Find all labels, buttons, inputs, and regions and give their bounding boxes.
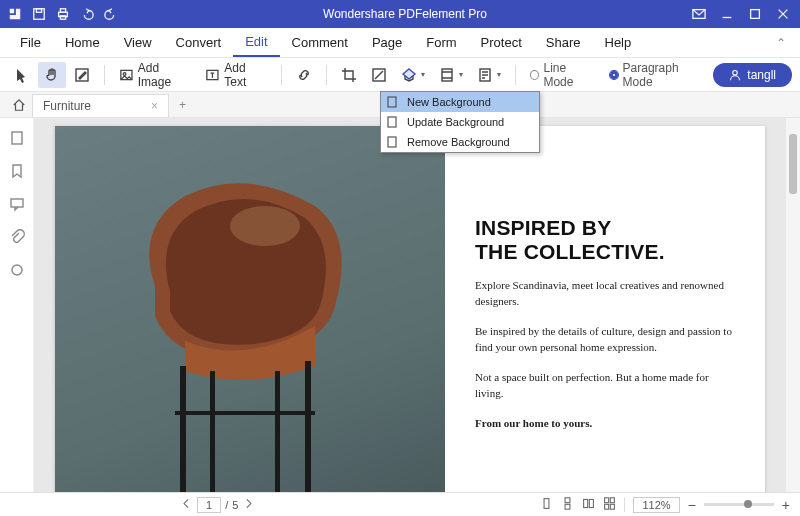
bates-tool[interactable]: ▾ — [471, 62, 507, 88]
paragraph-mode-radio[interactable]: Paragraph Mode — [603, 61, 711, 89]
bookmarks-icon[interactable] — [9, 163, 25, 182]
svg-point-20 — [12, 265, 22, 275]
page-sep: / — [225, 499, 228, 511]
svg-rect-12 — [442, 69, 452, 81]
svg-rect-27 — [545, 499, 550, 509]
svg-rect-30 — [584, 499, 588, 507]
menu-comment[interactable]: Comment — [280, 29, 360, 56]
undo-icon[interactable] — [80, 7, 94, 21]
doc-heading: INSPIRED BYTHE COLLECTIVE. — [475, 216, 735, 264]
doc-para-3: Not a space built on perfection. But a h… — [475, 370, 735, 402]
print-icon[interactable] — [56, 7, 70, 21]
doc-para-2: Be inspired by the details of culture, d… — [475, 324, 735, 356]
minimize-icon[interactable] — [720, 7, 734, 21]
zoom-out-icon[interactable]: − — [688, 497, 696, 513]
page-text: INSPIRED BYTHE COLLECTIVE. Explore Scand… — [445, 126, 765, 492]
view-continuous-icon[interactable] — [561, 497, 574, 512]
vertical-scrollbar[interactable] — [786, 118, 800, 492]
search-panel-icon[interactable] — [9, 262, 25, 281]
menu-file[interactable]: File — [8, 29, 53, 56]
dropdown-remove-background[interactable]: Remove Background — [381, 132, 539, 152]
toolbar: Add Image Add Text ▾ ▾ ▾ Line Mode Parag… — [0, 58, 800, 92]
menubar: File Home View Convert Edit Comment Page… — [0, 28, 800, 58]
view-facing-continuous-icon[interactable] — [603, 497, 616, 512]
zoom-value[interactable]: 112% — [633, 497, 679, 513]
canvas[interactable]: INSPIRED BYTHE COLLECTIVE. Explore Scand… — [34, 118, 786, 492]
page-nav: 1 /5 — [180, 497, 255, 513]
app-title: Wondershare PDFelement Pro — [118, 7, 692, 21]
menu-form[interactable]: Form — [414, 29, 468, 56]
svg-rect-31 — [590, 499, 594, 507]
menu-view[interactable]: View — [112, 29, 164, 56]
svg-rect-34 — [605, 504, 609, 509]
page-current[interactable]: 1 — [197, 497, 221, 513]
menu-home[interactable]: Home — [53, 29, 112, 56]
edit-tool[interactable] — [68, 62, 96, 88]
tab-close-icon[interactable]: × — [151, 99, 158, 113]
svg-point-26 — [230, 206, 300, 246]
prev-page-icon[interactable] — [180, 497, 193, 512]
add-text-button[interactable]: Add Text — [199, 62, 273, 88]
next-page-icon[interactable] — [242, 497, 255, 512]
select-tool[interactable] — [8, 62, 36, 88]
page-total: 5 — [232, 499, 238, 511]
workspace: INSPIRED BYTHE COLLECTIVE. Explore Scand… — [0, 118, 800, 492]
svg-rect-1 — [36, 9, 41, 13]
menu-help[interactable]: Help — [593, 29, 644, 56]
document-page: INSPIRED BYTHE COLLECTIVE. Explore Scand… — [55, 126, 765, 492]
svg-rect-23 — [210, 371, 215, 492]
add-image-button[interactable]: Add Image — [113, 62, 198, 88]
tab-add-button[interactable]: + — [169, 92, 196, 117]
close-icon[interactable] — [776, 7, 790, 21]
user-account-button[interactable]: tangll — [713, 63, 792, 87]
dropdown-new-background[interactable]: New Background — [381, 92, 539, 112]
titlebar: Wondershare PDFelement Pro — [0, 0, 800, 28]
svg-rect-18 — [12, 132, 22, 144]
svg-rect-21 — [180, 366, 186, 492]
svg-rect-32 — [605, 498, 609, 503]
svg-rect-19 — [11, 199, 23, 207]
save-icon[interactable] — [32, 7, 46, 21]
thumbnails-icon[interactable] — [9, 130, 25, 149]
statusbar: 1 /5 112% − + — [0, 492, 800, 516]
line-mode-radio[interactable]: Line Mode — [524, 61, 601, 89]
background-tool[interactable]: ▾ — [395, 62, 431, 88]
chair-illustration — [115, 166, 375, 492]
menu-edit[interactable]: Edit — [233, 28, 279, 57]
svg-rect-24 — [275, 371, 280, 492]
app-logo-icon — [8, 7, 22, 21]
mail-icon[interactable] — [692, 7, 706, 21]
home-tab-icon[interactable] — [6, 92, 32, 117]
svg-rect-33 — [611, 498, 615, 503]
svg-rect-15 — [388, 97, 396, 107]
scroll-thumb[interactable] — [789, 134, 797, 194]
comments-icon[interactable] — [9, 196, 25, 215]
attachments-icon[interactable] — [9, 229, 25, 248]
redo-icon[interactable] — [104, 7, 118, 21]
page-image — [55, 126, 445, 492]
view-single-icon[interactable] — [540, 497, 553, 512]
maximize-icon[interactable] — [748, 7, 762, 21]
menu-convert[interactable]: Convert — [164, 29, 234, 56]
svg-point-14 — [733, 70, 738, 75]
menu-protect[interactable]: Protect — [469, 29, 534, 56]
link-tool[interactable] — [290, 62, 318, 88]
svg-rect-22 — [305, 361, 311, 492]
left-panel — [0, 118, 34, 492]
menu-share[interactable]: Share — [534, 29, 593, 56]
svg-rect-3 — [60, 9, 65, 13]
zoom-in-icon[interactable]: + — [782, 497, 790, 513]
svg-rect-16 — [388, 117, 396, 127]
document-tab[interactable]: Furniture× — [32, 94, 169, 117]
dropdown-update-background[interactable]: Update Background — [381, 112, 539, 132]
crop-tool[interactable] — [335, 62, 363, 88]
view-facing-icon[interactable] — [582, 497, 595, 512]
doc-para-1: Explore Scandinavia, meet local creative… — [475, 278, 735, 310]
collapse-ribbon-icon[interactable]: ⌃ — [776, 36, 792, 50]
menu-page[interactable]: Page — [360, 29, 414, 56]
header-footer-tool[interactable]: ▾ — [433, 62, 469, 88]
zoom-slider[interactable] — [704, 503, 774, 506]
watermark-tool[interactable] — [365, 62, 393, 88]
hand-tool[interactable] — [38, 62, 66, 88]
svg-rect-17 — [388, 137, 396, 147]
